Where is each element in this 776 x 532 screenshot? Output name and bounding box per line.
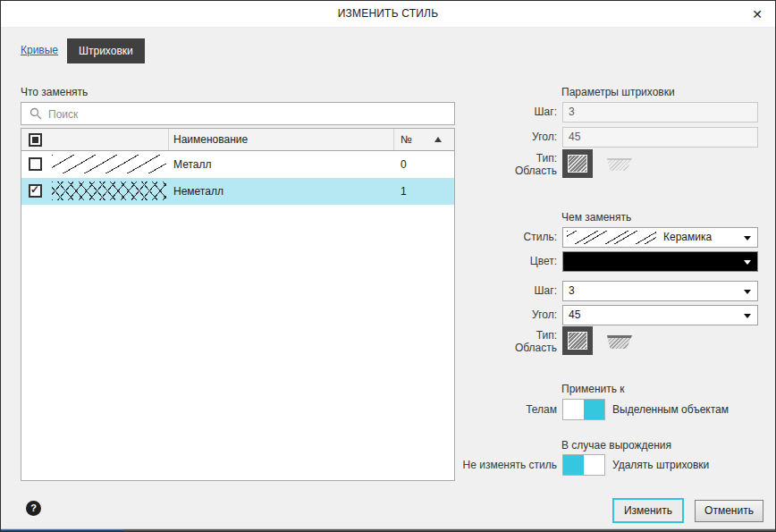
area-hatch-icon [568,332,587,350]
style-label: Стиль: [462,227,557,248]
replace-with-title: Чем заменять [561,211,631,224]
apply-to-toggle[interactable] [562,399,605,420]
style-dropdown[interactable]: Керамика [562,227,758,248]
select-all-checkbox[interactable] [29,133,42,147]
style-number: 1 [401,178,407,205]
step-dropdown-value: 3 [569,282,575,300]
apply-to-title: Применить к [561,383,625,395]
dialog-title: ИЗМЕНИТЬ СТИЛЬ [1,1,775,27]
cancel-button[interactable]: Отменить [695,500,763,522]
ceramic-hatch-preview [567,231,656,244]
area-hatch-icon [568,155,587,173]
name-column-header[interactable]: Наименование [173,129,248,150]
title-bar: ИЗМЕНИТЬ СТИЛЬ ✕ [1,1,775,28]
search-input[interactable] [46,104,443,125]
row-checkbox-checked[interactable]: ✓ [29,184,42,198]
area-label: Область [462,342,557,354]
style-number: 0 [401,151,407,178]
angle-dropdown-value: 45 [569,306,580,325]
color-dropdown[interactable] [562,251,758,272]
degeneration-title: В случае вырождения [561,439,671,452]
angle-readonly-field: 45 [562,127,758,148]
type-label: Тип: [462,152,557,165]
row-checkbox-unchecked[interactable] [29,157,42,171]
bodies-label: Телам [462,399,557,420]
step-label: Шаг: [462,281,557,301]
chevron-down-icon [744,260,751,265]
style-name: Неметалл [173,178,224,205]
line-hatch-icon-disabled [607,158,632,171]
background-window-strip [1,528,775,532]
keep-style-label: Не изменять стиль [448,454,557,476]
indeterminate-mark [32,137,38,143]
what-to-replace-label: Что заменять [21,86,88,98]
angle-label: Угол: [462,305,557,325]
column-divider [168,129,169,150]
close-icon[interactable]: ✕ [747,4,767,24]
column-divider [393,129,394,150]
color-label: Цвет: [462,251,557,272]
chevron-down-icon [744,290,751,294]
change-style-dialog: ИЗМЕНИТЬ СТИЛЬ ✕ Кривые Штриховки Что за… [0,0,776,532]
tab-hatches[interactable]: Штриховки [67,38,145,63]
search-icon [30,107,42,120]
help-icon[interactable]: ? [26,501,41,516]
style-dropdown-value: Керамика [663,228,712,247]
change-button[interactable]: Изменить [612,498,684,523]
table-header: Наименование № [21,129,454,151]
chevron-down-icon [744,236,751,241]
type-label: Тип: [462,329,557,342]
search-box[interactable] [21,102,455,125]
style-name: Металл [173,151,211,178]
selected-objects-label: Выделенным объектам [612,399,729,420]
chevron-down-icon [744,314,751,318]
toggle-knob [584,400,604,419]
angle-dropdown[interactable]: 45 [562,305,758,325]
tab-curves[interactable]: Кривые [21,44,58,56]
diagonal-hatch-swatch [52,155,166,173]
step-label: Шаг: [462,102,557,122]
step-readonly-field: 3 [562,102,758,122]
sort-ascending-icon[interactable] [434,137,442,142]
table-row[interactable]: Металл 0 [21,151,454,178]
hatch-type-area-button-selected[interactable] [562,149,593,178]
angle-label: Угол: [462,127,557,148]
cross-hatch-swatch [52,182,166,200]
number-column-header[interactable]: № [401,129,412,150]
line-hatch-icon[interactable] [607,335,632,349]
styles-table: Наименование № Металл 0 ✓ Неметалл 1 [21,128,455,481]
hatch-params-title: Параметры штриховки [561,86,675,98]
area-label: Область [462,165,557,177]
toggle-knob [563,455,584,475]
hatch-type-area-button-selected[interactable] [562,326,593,355]
table-row-selected[interactable]: ✓ Неметалл 1 [21,178,454,205]
delete-hatches-label: Удалять штриховки [612,454,709,476]
step-dropdown[interactable]: 3 [562,281,758,301]
degeneration-toggle[interactable] [562,454,605,476]
